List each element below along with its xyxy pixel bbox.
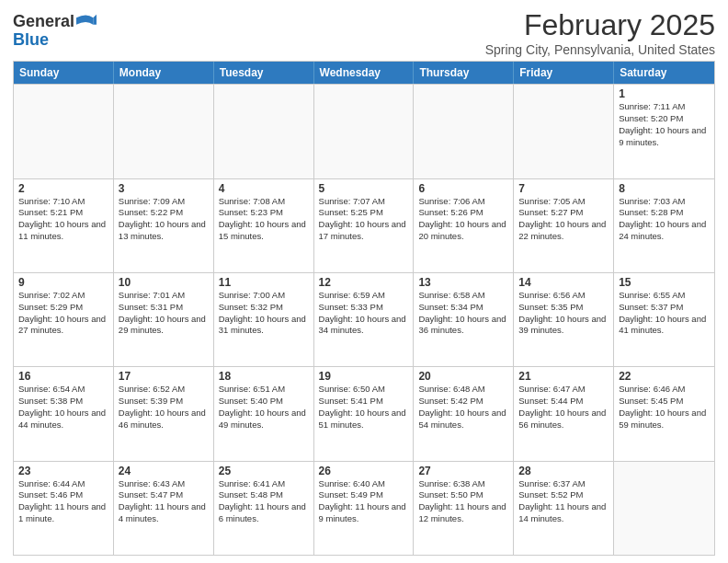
day-number: 7 bbox=[518, 182, 609, 195]
day-number: 28 bbox=[518, 465, 609, 477]
day-info: Sunrise: 7:10 AMSunset: 5:21 PMDaylight:… bbox=[18, 196, 108, 243]
day-number: 12 bbox=[319, 276, 409, 289]
day-cell bbox=[514, 85, 614, 178]
day-info: Sunrise: 6:43 AMSunset: 5:47 PMDaylight:… bbox=[119, 478, 209, 525]
title-section: February 2025 Spring City, Pennsylvania,… bbox=[485, 9, 715, 57]
day-info: Sunrise: 7:02 AMSunset: 5:29 PMDaylight:… bbox=[18, 290, 108, 337]
day-cell bbox=[114, 85, 214, 178]
day-number: 16 bbox=[18, 370, 108, 383]
day-number: 23 bbox=[18, 465, 108, 477]
day-number: 6 bbox=[418, 182, 508, 195]
day-cell: 25Sunrise: 6:41 AMSunset: 5:48 PMDayligh… bbox=[214, 462, 314, 555]
day-cell: 14Sunrise: 6:56 AMSunset: 5:35 PMDayligh… bbox=[514, 273, 614, 366]
day-cell bbox=[14, 85, 114, 178]
day-info: Sunrise: 6:55 AMSunset: 5:37 PMDaylight:… bbox=[619, 290, 710, 337]
day-cell: 24Sunrise: 6:43 AMSunset: 5:47 PMDayligh… bbox=[114, 462, 214, 555]
day-headers: SundayMondayTuesdayWednesdayThursdayFrid… bbox=[14, 62, 714, 84]
day-number: 17 bbox=[119, 370, 209, 383]
day-info: Sunrise: 6:52 AMSunset: 5:39 PMDaylight:… bbox=[119, 384, 209, 431]
day-number: 1 bbox=[619, 87, 710, 100]
day-cell: 27Sunrise: 6:38 AMSunset: 5:50 PMDayligh… bbox=[414, 462, 514, 555]
day-number: 24 bbox=[119, 465, 209, 477]
month-title: February 2025 bbox=[485, 9, 715, 41]
day-cell: 4Sunrise: 7:08 AMSunset: 5:23 PMDaylight… bbox=[214, 179, 314, 272]
day-info: Sunrise: 7:05 AMSunset: 5:27 PMDaylight:… bbox=[518, 196, 609, 243]
day-number: 22 bbox=[619, 370, 710, 383]
day-header-friday: Friday bbox=[514, 62, 614, 84]
day-number: 27 bbox=[418, 465, 508, 477]
day-info: Sunrise: 7:03 AMSunset: 5:28 PMDaylight:… bbox=[619, 196, 710, 243]
day-cell: 21Sunrise: 6:47 AMSunset: 5:44 PMDayligh… bbox=[514, 367, 614, 460]
week-row: 9Sunrise: 7:02 AMSunset: 5:29 PMDaylight… bbox=[14, 272, 714, 366]
day-info: Sunrise: 7:09 AMSunset: 5:22 PMDaylight:… bbox=[119, 196, 209, 243]
day-number: 9 bbox=[18, 276, 108, 289]
day-cell: 12Sunrise: 6:59 AMSunset: 5:33 PMDayligh… bbox=[314, 273, 415, 366]
day-cell: 9Sunrise: 7:02 AMSunset: 5:29 PMDaylight… bbox=[14, 273, 114, 366]
week-row: 23Sunrise: 6:44 AMSunset: 5:46 PMDayligh… bbox=[14, 461, 714, 555]
day-cell: 17Sunrise: 6:52 AMSunset: 5:39 PMDayligh… bbox=[114, 367, 214, 460]
day-number: 3 bbox=[119, 182, 209, 195]
logo-general: General bbox=[13, 13, 74, 31]
day-info: Sunrise: 6:46 AMSunset: 5:45 PMDaylight:… bbox=[619, 384, 710, 431]
day-info: Sunrise: 7:00 AMSunset: 5:32 PMDaylight:… bbox=[219, 290, 309, 337]
day-number: 2 bbox=[18, 182, 108, 195]
day-info: Sunrise: 6:40 AMSunset: 5:49 PMDaylight:… bbox=[319, 478, 409, 525]
day-cell: 15Sunrise: 6:55 AMSunset: 5:37 PMDayligh… bbox=[614, 273, 714, 366]
day-info: Sunrise: 7:07 AMSunset: 5:25 PMDaylight:… bbox=[319, 196, 409, 243]
day-number: 8 bbox=[619, 182, 710, 195]
day-cell: 5Sunrise: 7:07 AMSunset: 5:25 PMDaylight… bbox=[314, 179, 415, 272]
day-number: 5 bbox=[319, 182, 409, 195]
day-number: 25 bbox=[219, 465, 309, 477]
day-info: Sunrise: 6:47 AMSunset: 5:44 PMDaylight:… bbox=[518, 384, 609, 431]
day-cell: 19Sunrise: 6:50 AMSunset: 5:41 PMDayligh… bbox=[314, 367, 415, 460]
day-info: Sunrise: 6:50 AMSunset: 5:41 PMDaylight:… bbox=[319, 384, 409, 431]
day-cell: 10Sunrise: 7:01 AMSunset: 5:31 PMDayligh… bbox=[114, 273, 214, 366]
day-header-tuesday: Tuesday bbox=[214, 62, 314, 84]
day-cell: 3Sunrise: 7:09 AMSunset: 5:22 PMDaylight… bbox=[114, 179, 214, 272]
day-info: Sunrise: 6:48 AMSunset: 5:42 PMDaylight:… bbox=[418, 384, 508, 431]
week-row: 2Sunrise: 7:10 AMSunset: 5:21 PMDaylight… bbox=[14, 178, 714, 272]
day-cell bbox=[414, 85, 514, 178]
day-number: 20 bbox=[418, 370, 508, 383]
day-cell: 23Sunrise: 6:44 AMSunset: 5:46 PMDayligh… bbox=[14, 462, 114, 555]
day-number: 19 bbox=[319, 370, 409, 383]
day-number: 11 bbox=[219, 276, 309, 289]
day-cell: 6Sunrise: 7:06 AMSunset: 5:26 PMDaylight… bbox=[414, 179, 514, 272]
day-cell: 28Sunrise: 6:37 AMSunset: 5:52 PMDayligh… bbox=[514, 462, 614, 555]
day-cell: 11Sunrise: 7:00 AMSunset: 5:32 PMDayligh… bbox=[214, 273, 314, 366]
day-info: Sunrise: 7:11 AMSunset: 5:20 PMDaylight:… bbox=[619, 101, 710, 148]
day-info: Sunrise: 6:51 AMSunset: 5:40 PMDaylight:… bbox=[219, 384, 309, 431]
day-cell: 22Sunrise: 6:46 AMSunset: 5:45 PMDayligh… bbox=[614, 367, 714, 460]
day-info: Sunrise: 7:01 AMSunset: 5:31 PMDaylight:… bbox=[119, 290, 209, 337]
day-number: 13 bbox=[418, 276, 508, 289]
week-row: 1Sunrise: 7:11 AMSunset: 5:20 PMDaylight… bbox=[14, 84, 714, 178]
day-header-monday: Monday bbox=[114, 62, 214, 84]
day-number: 18 bbox=[219, 370, 309, 383]
day-info: Sunrise: 7:08 AMSunset: 5:23 PMDaylight:… bbox=[219, 196, 309, 243]
calendar: SundayMondayTuesdayWednesdayThursdayFrid… bbox=[13, 61, 715, 556]
day-info: Sunrise: 7:06 AMSunset: 5:26 PMDaylight:… bbox=[418, 196, 508, 243]
day-number: 14 bbox=[518, 276, 609, 289]
day-info: Sunrise: 6:58 AMSunset: 5:34 PMDaylight:… bbox=[418, 290, 508, 337]
day-info: Sunrise: 6:59 AMSunset: 5:33 PMDaylight:… bbox=[319, 290, 409, 337]
day-number: 15 bbox=[619, 276, 710, 289]
week-row: 16Sunrise: 6:54 AMSunset: 5:38 PMDayligh… bbox=[14, 366, 714, 460]
day-cell: 18Sunrise: 6:51 AMSunset: 5:40 PMDayligh… bbox=[214, 367, 314, 460]
day-number: 4 bbox=[219, 182, 309, 195]
day-number: 26 bbox=[319, 465, 409, 477]
location: Spring City, Pennsylvania, United States bbox=[485, 42, 715, 57]
day-number: 10 bbox=[119, 276, 209, 289]
day-header-wednesday: Wednesday bbox=[314, 62, 415, 84]
day-header-saturday: Saturday bbox=[614, 62, 714, 84]
day-cell bbox=[314, 85, 415, 178]
day-cell: 20Sunrise: 6:48 AMSunset: 5:42 PMDayligh… bbox=[414, 367, 514, 460]
day-header-thursday: Thursday bbox=[414, 62, 514, 84]
day-header-sunday: Sunday bbox=[14, 62, 114, 84]
day-cell: 16Sunrise: 6:54 AMSunset: 5:38 PMDayligh… bbox=[14, 367, 114, 460]
day-info: Sunrise: 6:44 AMSunset: 5:46 PMDaylight:… bbox=[18, 478, 108, 525]
day-info: Sunrise: 6:37 AMSunset: 5:52 PMDaylight:… bbox=[518, 478, 609, 525]
day-info: Sunrise: 6:54 AMSunset: 5:38 PMDaylight:… bbox=[18, 384, 108, 431]
day-cell: 8Sunrise: 7:03 AMSunset: 5:28 PMDaylight… bbox=[614, 179, 714, 272]
day-cell bbox=[614, 462, 714, 555]
day-info: Sunrise: 6:56 AMSunset: 5:35 PMDaylight:… bbox=[518, 290, 609, 337]
